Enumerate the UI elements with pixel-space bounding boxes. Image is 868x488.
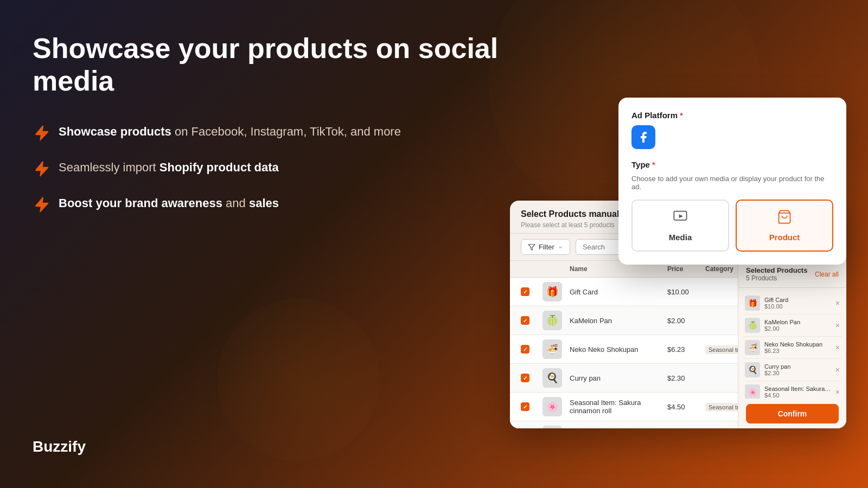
svg-marker-1 xyxy=(679,214,683,218)
type-description: Choose to add your own media or display … xyxy=(631,175,833,191)
selected-price-4: $2.30 xyxy=(764,370,831,376)
table-row: 🍳 Curry pan $2.30 31 available 3/7/2024 … xyxy=(510,364,738,393)
selected-price-2: $2.00 xyxy=(764,325,831,332)
product-category-5: Seasonal treats xyxy=(705,403,738,411)
feature-item-2: Seamlessly import Shopify product data xyxy=(33,159,521,178)
selected-products-title: Selected Products 5 Products xyxy=(746,266,807,282)
product-price-1: $10.00 xyxy=(667,288,705,296)
selected-item-4: 🍳 Curry pan $2.30 × xyxy=(743,359,842,381)
remove-button-2[interactable]: × xyxy=(835,321,840,330)
feature-text-3: Boost your brand awareness and sales xyxy=(59,195,279,212)
platform-required-star: * xyxy=(680,111,683,120)
type-label: Type * xyxy=(631,160,833,169)
table-row: 🧁 Custard Cream Bun $5.00 Out of stock 3… xyxy=(510,421,738,428)
selected-info-3: Neko Neko Shokupan $6.23 xyxy=(764,341,831,354)
feature-text-1: Showcase products on Facebook, Instagram… xyxy=(59,124,401,140)
product-label: Product xyxy=(769,233,800,242)
product-thumb-5: 🌸 xyxy=(542,397,562,416)
product-thumb-1: 🎁 xyxy=(542,282,562,301)
selected-price-3: $6.23 xyxy=(764,348,831,354)
selected-name-5: Seasonal Item: Sakura cin... xyxy=(764,386,831,392)
confirm-button[interactable]: Confirm xyxy=(746,404,839,423)
product-price-5: $4.50 xyxy=(667,403,705,411)
selected-items-list: 🎁 Gift Card $10.00 × 🍈 KaMelon Pan $2.00 xyxy=(738,288,846,399)
selected-name-1: Gift Card xyxy=(764,297,831,303)
selected-info-2: KaMelon Pan $2.00 xyxy=(764,319,831,332)
product-name-2: KaMelon Pan xyxy=(570,317,667,325)
selected-price-5: $4.50 xyxy=(764,392,831,399)
chevron-down-icon xyxy=(558,245,563,250)
row-checkbox-1[interactable] xyxy=(521,287,529,296)
ad-platform-label: Ad Platform * xyxy=(631,111,833,120)
product-thumb-6: 🧁 xyxy=(542,426,562,428)
filter-icon xyxy=(528,243,535,251)
media-icon xyxy=(673,209,688,228)
facebook-icon xyxy=(637,131,650,144)
table-row: 🌸 Seasonal Item: Sakura cinnamon roll $4… xyxy=(510,393,738,421)
bolt-icon-1 xyxy=(33,125,50,142)
table-row: 🎁 Gift Card $10.00 In stock 3/7/2024 Vie… xyxy=(510,278,738,306)
product-icon xyxy=(777,209,792,228)
selected-name-2: KaMelon Pan xyxy=(764,319,831,325)
selected-item-5: 🌸 Seasonal Item: Sakura cin... $4.50 × xyxy=(743,381,842,399)
type-option-media[interactable]: Media xyxy=(631,200,729,252)
bolt-icon-2 xyxy=(33,160,50,178)
brand-logo: Buzzify xyxy=(33,438,86,455)
product-name-5: Seasonal Item: Sakura cinnamon roll xyxy=(570,399,667,415)
remove-button-3[interactable]: × xyxy=(835,343,840,352)
filter-button[interactable]: Filter xyxy=(521,239,570,255)
selected-thumb-5: 🌸 xyxy=(745,384,760,399)
selected-name-3: Neko Neko Shokupan xyxy=(764,341,831,348)
selected-header: Selected Products 5 Products Clear all xyxy=(738,261,846,288)
col-category: Category xyxy=(705,265,738,273)
feature-text-2: Seamlessly import Shopify product data xyxy=(59,159,279,176)
svg-marker-3 xyxy=(528,244,535,250)
product-price-4: $2.30 xyxy=(667,374,705,382)
product-name-1: Gift Card xyxy=(570,288,667,296)
panel-content: Name Price Category Inventory ⇅ Tag Crea… xyxy=(510,261,846,428)
selected-thumb-1: 🎁 xyxy=(745,296,760,311)
selected-thumb-3: 🍜 xyxy=(745,340,760,355)
remove-button-1[interactable]: × xyxy=(835,299,840,307)
type-option-product[interactable]: Product xyxy=(736,200,833,252)
hero-section: Showcase your products on social media S… xyxy=(33,33,521,455)
row-checkbox-5[interactable] xyxy=(521,402,529,411)
table-row: 🍈 KaMelon Pan $2.00 62 available 3/7/202… xyxy=(510,306,738,335)
feature-item-1: Showcase products on Facebook, Instagram… xyxy=(33,124,521,142)
remove-button-4[interactable]: × xyxy=(835,365,840,374)
selected-item-3: 🍜 Neko Neko Shokupan $6.23 × xyxy=(743,337,842,359)
selected-price-1: $10.00 xyxy=(764,303,831,310)
selected-item-1: 🎁 Gift Card $10.00 × xyxy=(743,292,842,314)
product-price-2: $2.00 xyxy=(667,317,705,325)
table-row: 🍜 Neko Neko Shokupan $6.23 Seasonal trea… xyxy=(510,335,738,364)
product-price-3: $6.23 xyxy=(667,345,705,354)
hero-title: Showcase your products on social media xyxy=(33,33,521,98)
product-thumb-3: 🍜 xyxy=(542,339,562,359)
product-name-3: Neko Neko Shokupan xyxy=(570,345,667,354)
feature-item-3: Boost your brand awareness and sales xyxy=(33,195,521,214)
bolt-icon-3 xyxy=(33,196,50,214)
row-checkbox-4[interactable] xyxy=(521,374,529,382)
col-price: Price xyxy=(667,265,705,273)
clear-all-button[interactable]: Clear all xyxy=(815,271,839,278)
selected-info-1: Gift Card $10.00 xyxy=(764,297,831,310)
row-checkbox-3[interactable] xyxy=(521,345,529,354)
selected-products-panel: Selected Products 5 Products Clear all 🎁… xyxy=(738,261,846,428)
selected-thumb-2: 🍈 xyxy=(745,318,760,333)
media-label: Media xyxy=(669,233,692,242)
product-thumb-4: 🍳 xyxy=(542,368,562,388)
selected-info-5: Seasonal Item: Sakura cin... $4.50 xyxy=(764,386,831,399)
facebook-platform-button[interactable] xyxy=(631,125,655,149)
type-required-star: * xyxy=(652,160,655,169)
selected-name-4: Curry pan xyxy=(764,363,831,370)
col-name: Name xyxy=(570,265,667,273)
selected-thumb-4: 🍳 xyxy=(745,362,760,377)
product-name-4: Curry pan xyxy=(570,374,667,382)
remove-button-5[interactable]: × xyxy=(835,388,840,396)
product-category-3: Seasonal treats xyxy=(705,345,738,354)
ad-platform-card: Ad Platform * Type * Choose to add your … xyxy=(618,98,846,265)
type-options: Media Product xyxy=(631,200,833,252)
row-checkbox-2[interactable] xyxy=(521,316,529,325)
table-body: 🎁 Gift Card $10.00 In stock 3/7/2024 Vie… xyxy=(510,278,738,428)
selected-info-4: Curry pan $2.30 xyxy=(764,363,831,376)
